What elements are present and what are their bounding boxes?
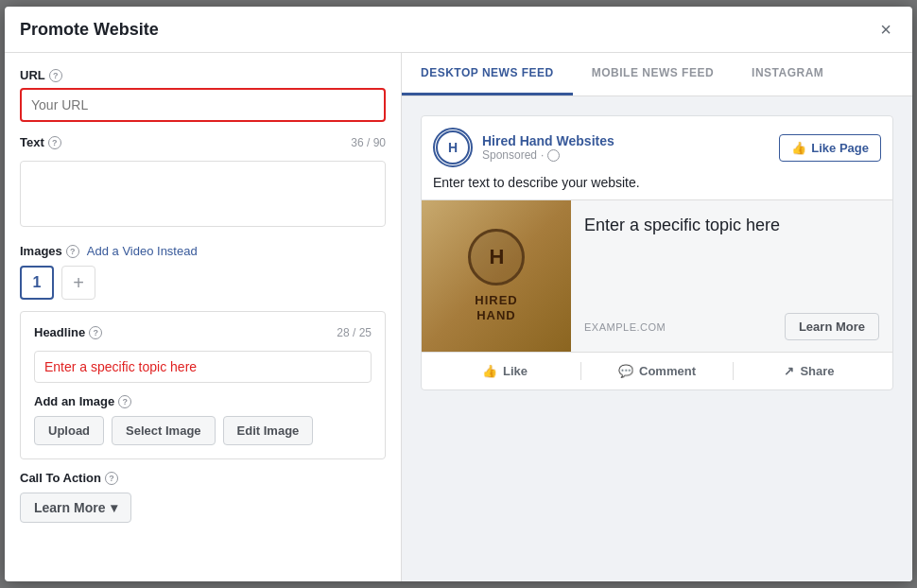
share-action-label: Share [800,364,834,378]
modal-overlay: Promote Website × URL ? [0,0,917,588]
left-panel: URL ? Text ? 36 / 90 [5,53,402,581]
modal-header: Promote Website × [5,7,912,53]
add-video-link[interactable]: Add a Video Instead [87,244,198,258]
dot-separator: · [541,148,544,162]
close-button[interactable]: × [874,18,897,41]
headline-label-group: Headline ? [34,325,102,339]
right-panel: Desktop News Feed Mobile News Feed Insta… [402,53,912,581]
images-row: Images ? Add a Video Instead [20,244,386,258]
headline-char-count: 28 / 25 [337,326,372,339]
cta-dropdown-arrow: ▾ [111,500,117,515]
url-input[interactable] [20,88,386,122]
learn-more-button[interactable]: Learn More [785,313,879,340]
add-image-label: Add an Image [34,394,114,408]
tab-mobile-news-feed[interactable]: Mobile News Feed [573,53,733,95]
post-page-name[interactable]: Hired Hand Websites [482,133,614,148]
headline-label: Headline [34,325,85,339]
comment-action-label: Comment [639,364,696,378]
cta-dropdown-button[interactable]: Learn More ▾ [20,493,131,523]
globe-icon [547,149,560,162]
text-section: Text ? 36 / 90 [20,135,386,231]
add-image-info-icon[interactable]: ? [118,395,131,408]
post-actions: 👍 Like 💬 Comment ↗ Share [422,352,892,389]
select-image-button[interactable]: Select Image [112,416,216,445]
url-section: URL ? [20,68,386,122]
cta-dropdown-value: Learn More [34,500,105,515]
cta-section: Call To Action ? Learn More ▾ [20,471,386,523]
like-action-button[interactable]: 👍 Like [433,358,577,384]
image-count-box[interactable]: 1 [20,266,54,300]
image-add-box[interactable]: + [61,266,95,300]
image-count-row: 1 + [20,266,386,300]
cta-label: Call To Action [20,471,101,485]
post-header: H Hired Hand Websites Sponsored · [422,116,892,175]
thumbs-up-icon: 👍 [791,141,806,155]
add-image-label-row: Add an Image ? [34,394,372,408]
tab-desktop-news-feed[interactable]: Desktop News Feed [402,53,573,95]
images-info-icon[interactable]: ? [66,245,79,258]
images-label: Images [20,244,62,258]
ad-text-area: Enter a specific topic here EXAMPLE.COM … [571,200,892,352]
share-action-icon: ↗ [784,364,794,378]
brand-line1: HIRED [475,293,517,308]
avatar: H [433,128,473,167]
text-char-count: 36 / 90 [351,136,386,149]
image-button-row: Upload Select Image Edit Image [34,416,372,445]
comment-action-icon: 💬 [618,364,633,378]
ad-image: H HIRED HAND [422,200,571,352]
modal-body: URL ? Text ? 36 / 90 [5,53,912,581]
modal: Promote Website × URL ? [5,7,912,581]
like-action-icon: 👍 [482,364,497,378]
upload-button[interactable]: Upload [34,416,104,445]
url-label: URL [20,68,45,82]
fb-post-card: H Hired Hand Websites Sponsored · [421,115,893,390]
post-info: Hired Hand Websites Sponsored · [482,133,614,162]
cta-info-icon[interactable]: ? [105,472,118,485]
text-label: Text [20,135,44,149]
post-header-left: H Hired Hand Websites Sponsored · [433,128,614,167]
ad-image-content: H HIRED HAND [458,219,534,332]
sponsored-label: Sponsored [482,148,537,162]
ad-headline: Enter a specific topic here [584,212,879,235]
preview-area: H Hired Hand Websites Sponsored · [402,96,912,409]
post-meta: Sponsored · [482,148,614,162]
hh-brand-name: HIRED HAND [475,293,517,322]
hh-logo-letter: H [490,245,504,269]
share-action-button[interactable]: ↗ Share [737,358,881,384]
like-page-label: Like Page [811,141,869,155]
url-label-row: URL ? [20,68,386,82]
modal-title: Promote Website [20,20,159,40]
images-label-group: Images ? [20,244,79,258]
tab-instagram[interactable]: Instagram [733,53,842,95]
text-textarea[interactable] [20,161,386,227]
action-divider-1 [580,362,581,380]
text-label-row: Text ? 36 / 90 [20,135,386,149]
text-info-icon[interactable]: ? [48,136,61,149]
comment-action-button[interactable]: 💬 Comment [585,358,729,384]
headline-info-icon[interactable]: ? [89,326,102,339]
like-page-button[interactable]: 👍 Like Page [779,134,881,162]
avatar-inner: H [436,130,470,164]
brand-line2: HAND [475,308,517,323]
post-ad-content: H HIRED HAND Enter a spe [422,199,892,352]
text-label-group: Text ? [20,135,61,149]
hh-logo-circle: H [468,229,525,285]
ad-url-label: EXAMPLE.COM [584,321,666,333]
headline-image-section: Headline ? 28 / 25 Add an Image ? Upload… [20,311,386,459]
post-text: Enter text to describe your website. [422,175,892,199]
ad-bottom-row: EXAMPLE.COM Learn More [584,313,879,340]
cta-label-row: Call To Action ? [20,471,386,485]
tabs-bar: Desktop News Feed Mobile News Feed Insta… [402,53,912,96]
like-action-label: Like [503,364,528,378]
url-info-icon[interactable]: ? [49,69,62,82]
headline-label-row: Headline ? 28 / 25 [34,325,372,339]
edit-image-button[interactable]: Edit Image [223,416,314,445]
action-divider-2 [733,362,734,380]
headline-input[interactable] [34,351,372,383]
